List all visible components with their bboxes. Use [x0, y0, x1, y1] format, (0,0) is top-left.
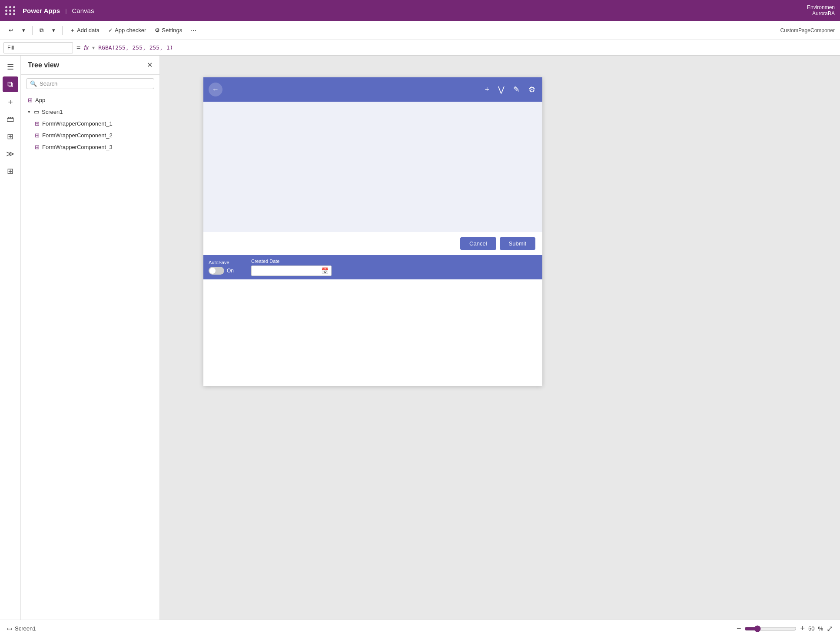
cancel-button[interactable]: Cancel [460, 237, 496, 250]
date-input-wrapper: 📅 [251, 265, 332, 276]
formula-chevron[interactable]: ▾ [92, 45, 95, 51]
add-data-plus-icon: ＋ [70, 27, 75, 34]
statusbar-zoom: − + 50 % ⤢ [737, 624, 833, 634]
toggle-thumb [209, 268, 216, 274]
add-control-icon[interactable]: ＋ [3, 94, 18, 109]
submit-button[interactable]: Submit [500, 237, 535, 250]
back-icon: ← [212, 86, 219, 93]
tree-fwc2-label: FormWrapperComponent_2 [42, 132, 153, 139]
env-name: AuroraBA [807, 10, 835, 17]
preview-footer [203, 279, 542, 305]
formula-fx-icon: fx [84, 44, 89, 51]
tree-app-label: App [35, 97, 153, 103]
formula-input[interactable] [98, 44, 837, 51]
menu-icon[interactable]: ☰ [3, 59, 18, 75]
created-date-field: Created Date 📅 [251, 259, 332, 276]
date-input[interactable] [254, 268, 319, 274]
topbar: Power Apps | Canvas Environmen AuroraBA [0, 0, 840, 21]
property-selector[interactable]: Fill [3, 42, 73, 53]
sidebar-header: Tree view ✕ [21, 56, 159, 75]
edit-action-icon[interactable]: ✎ [511, 83, 521, 96]
topbar-separator: | [65, 7, 66, 14]
component-header: ← + ⋁ ✎ ⚙ [203, 77, 542, 102]
bottom-strip: AutoSave On Created Date 📅 [203, 255, 542, 279]
topbar-env[interactable]: Environmen AuroraBA [807, 4, 835, 17]
zoom-value: 50 [808, 625, 814, 632]
undo-button[interactable]: ↩ [5, 25, 17, 35]
apps-icon[interactable] [5, 6, 16, 15]
main-layout: ☰ ⧉ ＋ 🗃 ⊞ ≫ ⊞ Tree view ✕ 🔍 ⊞ App ▾ ▭ [0, 56, 840, 620]
search-input[interactable] [40, 80, 150, 87]
autosave-field: AutoSave On [209, 260, 234, 275]
calendar-icon[interactable]: 📅 [321, 267, 329, 274]
settings-icon: ⚙ [155, 27, 160, 33]
zoom-unit: % [818, 625, 823, 632]
tree-item-fwc1[interactable]: ⊞ FormWrapperComponent_1 [21, 118, 159, 129]
sidebar-search-bar: 🔍 [26, 78, 154, 89]
variables-icon[interactable]: ⊞ [3, 163, 18, 179]
tree-fwc1-label: FormWrapperComponent_1 [42, 120, 153, 127]
settings-action-icon[interactable]: ⚙ [527, 83, 537, 96]
autosave-toggle[interactable] [209, 267, 224, 275]
toolbar-sep-1 [32, 26, 33, 35]
toolbar-sep-2 [62, 26, 63, 35]
app-checker-label: App checker [115, 27, 146, 33]
settings-label: Settings [162, 27, 182, 33]
add-data-label: Add data [77, 27, 100, 33]
app-grid-icon: ⊞ [28, 97, 33, 103]
statusbar-screen: ▭ Screen1 [7, 625, 36, 632]
data-icon[interactable]: 🗃 [3, 111, 18, 127]
screen-rect-icon-status: ▭ [7, 625, 12, 632]
app-preview: ← + ⋁ ✎ ⚙ Cancel Submit AutoSave [203, 77, 542, 386]
toolbar: ↩ ▾ ⧉ ▾ ＋ Add data ✓ App checker ⚙ Setti… [0, 21, 840, 40]
action-buttons: Cancel Submit [203, 232, 542, 255]
flow-icon[interactable]: ≫ [3, 146, 18, 162]
statusbar-screen-label: Screen1 [15, 625, 36, 632]
app-checker-icon: ✓ [108, 27, 113, 33]
tree-item-fwc3[interactable]: ⊞ FormWrapperComponent_3 [21, 141, 159, 153]
created-date-label: Created Date [251, 259, 332, 264]
more-button[interactable]: ⋯ [187, 25, 200, 35]
add-action-icon[interactable]: + [483, 83, 491, 96]
filter-action-icon[interactable]: ⋁ [496, 83, 506, 96]
sidebar-panel: Tree view ✕ 🔍 ⊞ App ▾ ▭ Screen1 ⋯ ⊞ [21, 56, 160, 620]
canvas-area[interactable]: ← + ⋁ ✎ ⚙ Cancel Submit AutoSave [160, 56, 840, 620]
media-icon[interactable]: ⊞ [3, 129, 18, 144]
tree-body: ⊞ App ▾ ▭ Screen1 ⋯ ⊞ FormWrapperCompone… [21, 93, 159, 620]
page-name: CustomPageComponer [780, 27, 835, 33]
fullscreen-button[interactable]: ⤢ [827, 624, 833, 634]
tree-fwc3-label: FormWrapperComponent_3 [42, 144, 153, 150]
sidebar-title: Tree view [28, 61, 59, 69]
fwc1-grid-icon: ⊞ [35, 120, 40, 127]
back-button[interactable]: ← [209, 83, 222, 96]
autosave-toggle-wrapper: On [209, 267, 234, 275]
formulabar: Fill = fx ▾ [0, 40, 840, 56]
screen-rect-icon: ▭ [34, 109, 39, 115]
product-name: Power Apps [23, 7, 60, 14]
fwc3-grid-icon: ⊞ [35, 144, 40, 150]
tree-screen1-label: Screen1 [42, 109, 153, 115]
search-icon: 🔍 [30, 80, 37, 87]
sidebar-close-button[interactable]: ✕ [147, 61, 153, 69]
settings-button[interactable]: ⚙ Settings [151, 25, 186, 35]
env-label: Environmen [807, 4, 835, 10]
zoom-out-button[interactable]: − [737, 624, 741, 633]
tree-item-app[interactable]: ⊞ App [21, 94, 159, 106]
undo-dropdown-button[interactable]: ▾ [19, 25, 29, 35]
zoom-in-button[interactable]: + [800, 624, 805, 633]
autosave-label: AutoSave [209, 260, 234, 265]
tree-item-screen1[interactable]: ▾ ▭ Screen1 ⋯ [21, 106, 159, 118]
statusbar: ▭ Screen1 − + 50 % ⤢ [0, 620, 840, 637]
copy-dropdown-button[interactable]: ▾ [49, 25, 59, 35]
screen-chevron-icon: ▾ [28, 109, 30, 115]
formula-equals: = [75, 44, 82, 52]
add-data-button[interactable]: ＋ Add data [66, 25, 103, 36]
topbar-canvas-label: Canvas [72, 7, 94, 14]
zoom-slider[interactable] [744, 625, 797, 632]
app-checker-button[interactable]: ✓ App checker [105, 25, 149, 35]
form-area [203, 102, 542, 232]
fwc2-grid-icon: ⊞ [35, 132, 40, 139]
layers-icon[interactable]: ⧉ [3, 76, 18, 92]
copy-button[interactable]: ⧉ [36, 25, 47, 36]
tree-item-fwc2[interactable]: ⊞ FormWrapperComponent_2 [21, 129, 159, 141]
